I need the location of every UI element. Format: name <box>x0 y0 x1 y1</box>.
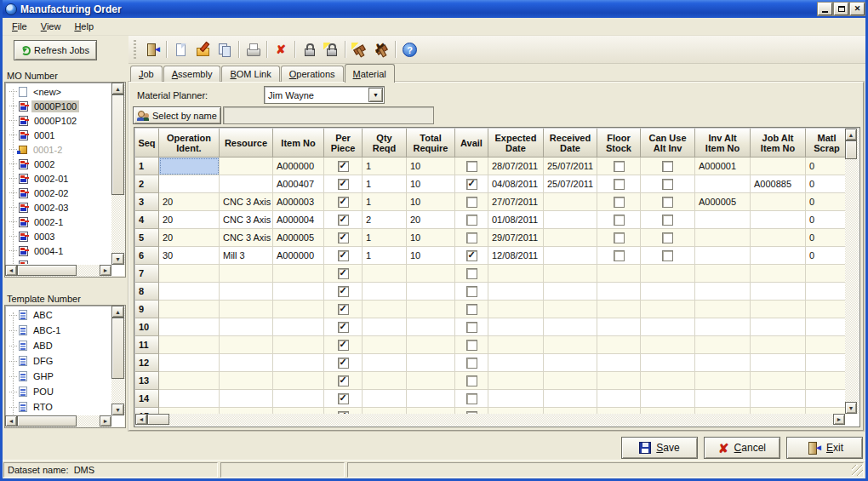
checkbox-floor[interactable] <box>614 197 625 208</box>
cell-r5-op[interactable]: 20 <box>159 229 220 247</box>
cell-r7-total[interactable] <box>407 265 455 283</box>
checkbox-avail[interactable] <box>466 322 477 333</box>
tab-material[interactable]: Material <box>345 64 395 83</box>
column-header-floor[interactable]: Floor Stock <box>597 129 641 157</box>
cell-r10-op[interactable] <box>159 318 220 336</box>
checkbox-canuse[interactable] <box>662 250 673 261</box>
cell-r9-canuse[interactable] <box>641 301 695 318</box>
cell-r1-floor[interactable] <box>597 157 641 175</box>
mo-horizontal-scrollbar[interactable]: ◄ ► <box>5 265 111 277</box>
cell-r7-op[interactable] <box>159 265 220 283</box>
checkbox-avail[interactable] <box>466 161 477 172</box>
cell-r8-total[interactable] <box>407 283 455 301</box>
cell-r12-total[interactable] <box>407 354 455 372</box>
cell-r11-per[interactable] <box>324 336 363 354</box>
cell-r7-item[interactable] <box>273 265 324 283</box>
cell-r2-invalt[interactable] <box>695 175 751 193</box>
cell-r14-avail[interactable] <box>455 390 488 408</box>
checkbox-avail[interactable] <box>466 375 477 387</box>
cell-r5-total[interactable]: 10 <box>407 229 455 247</box>
cell-r12-rec[interactable] <box>544 354 597 372</box>
cell-r9-scrap[interactable] <box>806 301 848 318</box>
cell-r9-op[interactable] <box>159 301 220 318</box>
cell-r13-jobalt[interactable] <box>751 372 806 390</box>
cell-r5-canuse[interactable] <box>641 229 695 247</box>
cell-r10-avail[interactable] <box>455 318 488 336</box>
cell-r3-total[interactable]: 10 <box>407 193 455 211</box>
cell-r3-exp[interactable]: 27/07/2011 <box>488 193 544 211</box>
cell-r1-invalt[interactable]: A000001 <box>695 157 751 175</box>
cell-r9-invalt[interactable] <box>695 301 751 318</box>
cell-r14-total[interactable] <box>407 390 455 408</box>
checkbox-per[interactable] <box>338 304 349 315</box>
column-header-canuse[interactable]: Can Use Alt Inv <box>641 129 695 157</box>
cell-r4-canuse[interactable] <box>641 211 695 229</box>
cell-r4-avail[interactable] <box>455 211 488 229</box>
checkbox-per[interactable] <box>338 215 349 226</box>
checkbox-avail[interactable] <box>466 304 477 315</box>
mo-item-0002-01[interactable]: 0002-01 <box>7 171 111 186</box>
checkbox-per[interactable] <box>338 179 349 190</box>
cell-r4-jobalt[interactable] <box>751 211 806 229</box>
mo-item-0003[interactable]: 0003 <box>7 229 111 243</box>
cell-r14-item[interactable] <box>273 390 324 408</box>
checkbox-avail[interactable] <box>466 340 477 351</box>
cell-r1-item[interactable]: A000000 <box>273 157 324 175</box>
cell-r13-rec[interactable] <box>544 372 597 390</box>
mo-item-0002-1[interactable]: 0002-1 <box>7 215 111 229</box>
column-header-item[interactable]: Item No <box>273 129 324 157</box>
build-button[interactable] <box>348 39 370 60</box>
mo-item-0001-2[interactable]: 0001-2 <box>7 142 111 157</box>
row-header-6[interactable]: 6 <box>135 247 159 265</box>
cell-r11-scrap[interactable] <box>806 336 848 354</box>
cell-r12-exp[interactable] <box>488 354 544 372</box>
mo-item-0000P100[interactable]: 0000P100 <box>7 99 111 113</box>
cell-r8-canuse[interactable] <box>641 283 695 301</box>
cell-r12-item[interactable] <box>273 354 324 372</box>
cancel-button[interactable]: ✘Cancel <box>704 437 780 459</box>
mo-scroll-thumb[interactable] <box>111 94 124 195</box>
template-item-dfg[interactable]: DFG <box>7 353 111 369</box>
unlock-button[interactable] <box>320 39 342 60</box>
scroll-up-icon[interactable]: ▲ <box>111 306 124 318</box>
cell-r8-res[interactable] <box>220 283 273 301</box>
checkbox-avail[interactable] <box>466 179 477 190</box>
cell-r8-per[interactable] <box>324 283 363 301</box>
cell-r3-canuse[interactable] <box>641 193 695 211</box>
cell-r10-jobalt[interactable] <box>751 318 806 336</box>
mo-item-0002-03[interactable]: 0002-03 <box>7 200 111 215</box>
edit-button[interactable] <box>191 39 214 60</box>
cell-r13-op[interactable] <box>159 372 220 390</box>
cell-r2-total[interactable]: 10 <box>407 175 455 193</box>
cell-r8-qty[interactable] <box>363 283 407 301</box>
cell-r14-res[interactable] <box>220 390 273 408</box>
column-header-op[interactable]: Operation Ident. <box>159 129 220 157</box>
menu-item-view[interactable]: View <box>34 20 68 33</box>
cell-r7-jobalt[interactable] <box>751 265 806 283</box>
cell-r1-op[interactable] <box>159 157 220 175</box>
cell-r13-item[interactable] <box>273 372 324 390</box>
cell-r4-rec[interactable] <box>544 211 597 229</box>
cell-r11-canuse[interactable] <box>641 336 695 354</box>
cell-r9-rec[interactable] <box>544 301 597 318</box>
cell-r2-avail[interactable] <box>455 175 488 193</box>
mo-item-0002-02[interactable]: 0002-02 <box>7 186 111 200</box>
cell-r8-rec[interactable] <box>544 283 597 301</box>
row-header-3[interactable]: 3 <box>135 193 159 211</box>
cell-r6-jobalt[interactable] <box>751 247 806 265</box>
build-delete-button[interactable]: ✘ <box>370 39 392 60</box>
checkbox-avail[interactable] <box>466 197 477 208</box>
template-vertical-scrollbar[interactable]: ▲ ▼ <box>111 306 125 415</box>
scroll-down-icon[interactable]: ▼ <box>845 402 857 414</box>
tab-bom-link[interactable]: BOM Link <box>221 66 279 82</box>
row-header-9[interactable]: 9 <box>135 301 159 318</box>
column-header-qty[interactable]: Qty Reqd <box>363 129 407 157</box>
cell-r1-per[interactable] <box>324 157 363 175</box>
copy-button[interactable] <box>214 39 236 60</box>
exit-button[interactable]: Exit <box>786 437 863 459</box>
cell-r4-scrap[interactable]: 0 <box>806 211 848 229</box>
checkbox-canuse[interactable] <box>662 179 673 190</box>
checkbox-avail[interactable] <box>466 232 477 243</box>
mo-item-<new>[interactable]: <new> <box>7 84 111 99</box>
cell-r10-item[interactable] <box>273 318 324 336</box>
